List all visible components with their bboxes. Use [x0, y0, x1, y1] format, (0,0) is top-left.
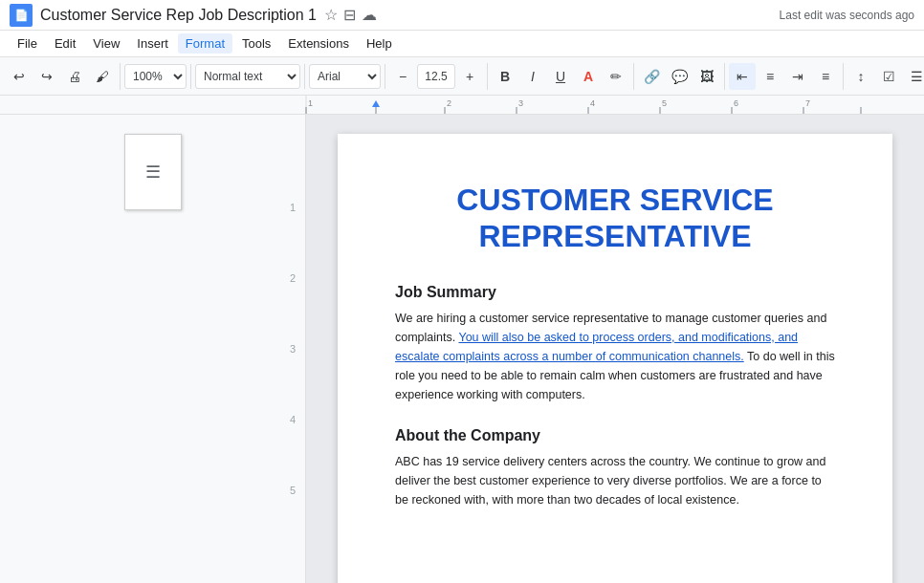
svg-text:1: 1 — [308, 98, 313, 108]
underline-button[interactable]: U — [547, 63, 574, 90]
document-main-title: CUSTOMER SERVICE REPRESENTATIVE — [395, 182, 835, 255]
highlight-button[interactable]: ✏ — [603, 63, 629, 90]
line-numbers: 1 2 3 4 5 — [290, 115, 296, 583]
font-size-input[interactable] — [417, 64, 455, 89]
left-panel: ☰ 1 2 3 4 5 — [0, 115, 306, 583]
document-page[interactable]: CUSTOMER SERVICE REPRESENTATIVE Job Summ… — [338, 134, 892, 583]
svg-text:7: 7 — [805, 98, 810, 108]
align-center-button[interactable]: ≡ — [757, 63, 783, 90]
align-justify-button[interactable]: ≡ — [812, 63, 839, 90]
paint-format-button[interactable]: 🖌 — [89, 63, 116, 90]
svg-text:3: 3 — [518, 98, 523, 108]
main-area: ☰ 1 2 3 4 5 CUSTOMER SERVICE REPRESENTAT… — [0, 115, 924, 583]
last-edit-label: Last edit was seconds ago — [780, 9, 914, 22]
line-num-4: 4 — [290, 414, 296, 425]
font-size-decrease-button[interactable]: − — [389, 63, 416, 90]
comment-button[interactable]: 💬 — [666, 63, 693, 90]
toolbar-font-group: Arial Times New Roman Courier New — [309, 64, 385, 89]
page-outline-icon: ☰ — [145, 162, 161, 183]
svg-text:6: 6 — [734, 98, 738, 108]
ruler-svg: 1 2 3 4 5 6 7 — [0, 96, 924, 115]
section-job-summary: Job Summary We are hiring a customer ser… — [395, 284, 835, 404]
cloud-icon[interactable]: ☁ — [362, 6, 377, 24]
toolbar-style-group: Normal text Heading 1 Heading 2 — [195, 64, 305, 89]
toolbar-list-group: ↕ ☑ ☰ ① ⇤ ⇥ — [847, 63, 924, 90]
bullet-list-button[interactable]: ☰ — [903, 63, 924, 90]
title-line-1: CUSTOMER SERVICE — [456, 183, 773, 217]
link-button[interactable]: 🔗 — [638, 63, 665, 90]
italic-button[interactable]: I — [519, 63, 546, 90]
menu-edit[interactable]: Edit — [47, 33, 83, 54]
toolbar-format-group: B I U A ✏ — [492, 63, 634, 90]
svg-text:4: 4 — [590, 98, 595, 108]
menu-tools[interactable]: Tools — [234, 33, 278, 54]
align-left-button[interactable]: ⇤ — [729, 63, 756, 90]
page-thumbnail: ☰ — [124, 134, 182, 210]
toolbar-history-group: ↩ ↪ 🖨 🖌 — [6, 63, 121, 90]
section-heading-job-summary: Job Summary — [395, 284, 835, 301]
menu-view[interactable]: View — [85, 33, 127, 54]
undo-button[interactable]: ↩ — [6, 63, 33, 90]
font-color-button[interactable]: A — [575, 63, 602, 90]
line-num-5: 5 — [290, 485, 296, 496]
font-size-increase-button[interactable]: + — [456, 63, 483, 90]
section-about-company: About the Company ABC has 19 service del… — [395, 427, 835, 509]
font-select[interactable]: Arial Times New Roman Courier New — [309, 64, 381, 89]
drive-icon[interactable]: ⊟ — [343, 6, 356, 24]
section-body-job-summary: We are hiring a customer service represe… — [395, 309, 835, 404]
line-spacing-button[interactable]: ↕ — [847, 63, 874, 90]
zoom-select[interactable]: 100% 75% 125% — [124, 64, 187, 89]
menu-file[interactable]: File — [10, 33, 45, 54]
document-area: CUSTOMER SERVICE REPRESENTATIVE Job Summ… — [306, 115, 924, 583]
menu-help[interactable]: Help — [359, 33, 400, 54]
star-icon[interactable]: ☆ — [324, 6, 338, 24]
section-body-about-company: ABC has 19 service delivery centers acro… — [395, 452, 835, 509]
line-num-3: 3 — [290, 343, 296, 355]
svg-text:2: 2 — [447, 98, 451, 108]
line-num-1: 1 — [290, 202, 296, 213]
toolbar-fontsize-group: − + — [389, 63, 488, 90]
line-num-2: 2 — [290, 272, 296, 284]
svg-rect-0 — [0, 96, 924, 115]
title-icons: ☆ ⊟ ☁ — [324, 6, 377, 24]
ruler: 1 2 3 4 5 6 7 — [0, 96, 924, 115]
image-button[interactable]: 🖼 — [693, 63, 720, 90]
doc-title: Customer Service Rep Job Description 1 — [40, 7, 317, 24]
toolbar-align-group: ⇤ ≡ ⇥ ≡ — [729, 63, 844, 90]
body-plain-2: ABC has 19 service delivery centers acro… — [395, 455, 825, 507]
menu-extensions[interactable]: Extensions — [280, 33, 357, 54]
redo-button[interactable]: ↪ — [33, 63, 60, 90]
print-button[interactable]: 🖨 — [61, 63, 88, 90]
menu-insert[interactable]: Insert — [129, 33, 176, 54]
bold-button[interactable]: B — [492, 63, 518, 90]
toolbar-zoom-group: 100% 75% 125% — [124, 64, 191, 89]
title-line-2: REPRESENTATIVE — [478, 219, 751, 253]
menu-format[interactable]: Format — [178, 33, 232, 54]
toolbar-insert-group: 🔗 💬 🖼 — [638, 63, 725, 90]
menu-bar: File Edit View Insert Format Tools Exten… — [0, 31, 924, 57]
doc-icon: 📄 — [10, 4, 33, 27]
align-right-button[interactable]: ⇥ — [784, 63, 811, 90]
title-bar: 📄 Customer Service Rep Job Description 1… — [0, 0, 924, 31]
svg-text:5: 5 — [662, 98, 667, 108]
section-heading-about-company: About the Company — [395, 427, 835, 444]
toolbar: ↩ ↪ 🖨 🖌 100% 75% 125% Normal text Headin… — [0, 57, 924, 96]
checklist-button[interactable]: ☑ — [875, 63, 902, 90]
paragraph-style-select[interactable]: Normal text Heading 1 Heading 2 — [195, 64, 300, 89]
